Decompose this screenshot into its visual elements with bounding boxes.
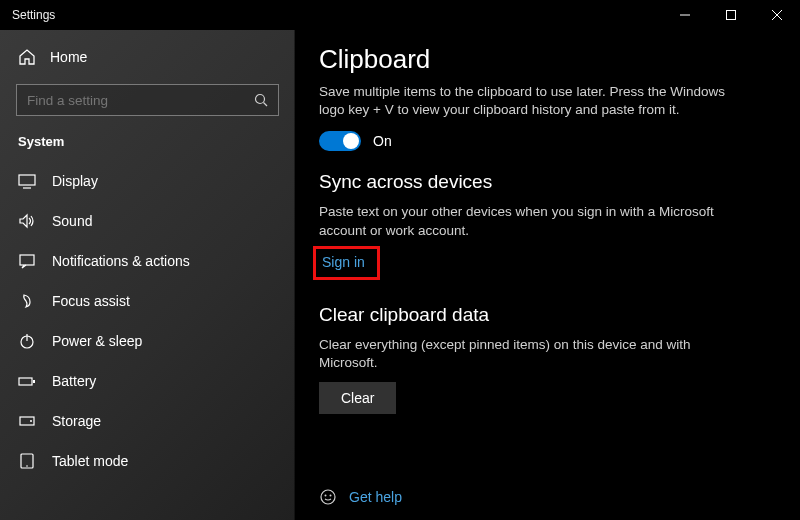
notifications-icon: [18, 252, 36, 270]
svg-point-16: [26, 465, 28, 467]
toggle-knob: [343, 133, 359, 149]
search-input[interactable]: [27, 93, 227, 108]
get-help-link[interactable]: Get help: [349, 489, 402, 505]
sidebar-nav: Display Sound Notifications & actions Fo…: [0, 161, 295, 481]
sidebar-item-label: Display: [52, 173, 98, 189]
home-icon: [18, 48, 36, 66]
minimize-icon: [680, 10, 690, 20]
sidebar-item-label: Notifications & actions: [52, 253, 190, 269]
clear-button[interactable]: Clear: [319, 382, 396, 414]
sidebar-home-label: Home: [50, 49, 87, 65]
search-icon: [254, 93, 268, 107]
svg-point-14: [30, 420, 32, 422]
page-title: Clipboard: [319, 44, 776, 75]
svg-rect-11: [19, 378, 32, 385]
sidebar-category: System: [0, 128, 295, 161]
sidebar-item-tablet-mode[interactable]: Tablet mode: [0, 441, 295, 481]
content-pane: Clipboard Save multiple items to the cli…: [295, 30, 800, 520]
sidebar-item-notifications[interactable]: Notifications & actions: [0, 241, 295, 281]
minimize-button[interactable]: [662, 0, 708, 30]
svg-rect-12: [33, 380, 35, 383]
sidebar-item-label: Tablet mode: [52, 453, 128, 469]
get-help-row[interactable]: Get help: [319, 488, 402, 506]
window-controls: [662, 0, 800, 30]
sidebar-item-sound[interactable]: Sound: [0, 201, 295, 241]
battery-icon: [18, 372, 36, 390]
toggle-state-label: On: [373, 133, 392, 149]
svg-point-17: [321, 490, 335, 504]
sidebar-home[interactable]: Home: [0, 38, 295, 76]
sign-in-highlight: Sign in: [313, 246, 380, 280]
window-body: Home System Display Sound: [0, 30, 800, 520]
svg-rect-6: [19, 175, 35, 185]
svg-line-5: [264, 103, 268, 107]
sidebar: Home System Display Sound: [0, 30, 295, 520]
clipboard-history-toggle[interactable]: [319, 131, 361, 151]
clear-description: Clear everything (except pinned items) o…: [319, 336, 739, 372]
sidebar-item-display[interactable]: Display: [0, 161, 295, 201]
tablet-icon: [18, 452, 36, 470]
sync-description: Paste text on your other devices when yo…: [319, 203, 739, 239]
sidebar-item-focus-assist[interactable]: Focus assist: [0, 281, 295, 321]
sidebar-item-label: Focus assist: [52, 293, 130, 309]
titlebar: Settings: [0, 0, 800, 30]
clipboard-history-description: Save multiple items to the clipboard to …: [319, 83, 739, 119]
svg-rect-8: [20, 255, 34, 265]
sidebar-item-label: Power & sleep: [52, 333, 142, 349]
window-title: Settings: [0, 8, 55, 22]
maximize-button[interactable]: [708, 0, 754, 30]
svg-point-4: [256, 95, 265, 104]
help-icon: [319, 488, 337, 506]
storage-icon: [18, 412, 36, 430]
power-icon: [18, 332, 36, 350]
sound-icon: [18, 212, 36, 230]
sidebar-item-label: Storage: [52, 413, 101, 429]
clear-heading: Clear clipboard data: [319, 304, 776, 326]
sidebar-item-storage[interactable]: Storage: [0, 401, 295, 441]
search-container: [16, 84, 279, 116]
svg-point-18: [325, 495, 327, 497]
sidebar-item-battery[interactable]: Battery: [0, 361, 295, 401]
search-box[interactable]: [16, 84, 279, 116]
svg-point-19: [330, 495, 332, 497]
sync-heading: Sync across devices: [319, 171, 776, 193]
close-button[interactable]: [754, 0, 800, 30]
sidebar-item-power-sleep[interactable]: Power & sleep: [0, 321, 295, 361]
sidebar-item-label: Sound: [52, 213, 92, 229]
display-icon: [18, 172, 36, 190]
clipboard-history-toggle-row: On: [319, 131, 776, 151]
focus-assist-icon: [18, 292, 36, 310]
maximize-icon: [726, 10, 736, 20]
sidebar-item-label: Battery: [52, 373, 96, 389]
settings-window: Settings Home: [0, 0, 800, 520]
svg-rect-1: [727, 11, 736, 20]
close-icon: [772, 10, 782, 20]
sign-in-link[interactable]: Sign in: [322, 254, 365, 270]
